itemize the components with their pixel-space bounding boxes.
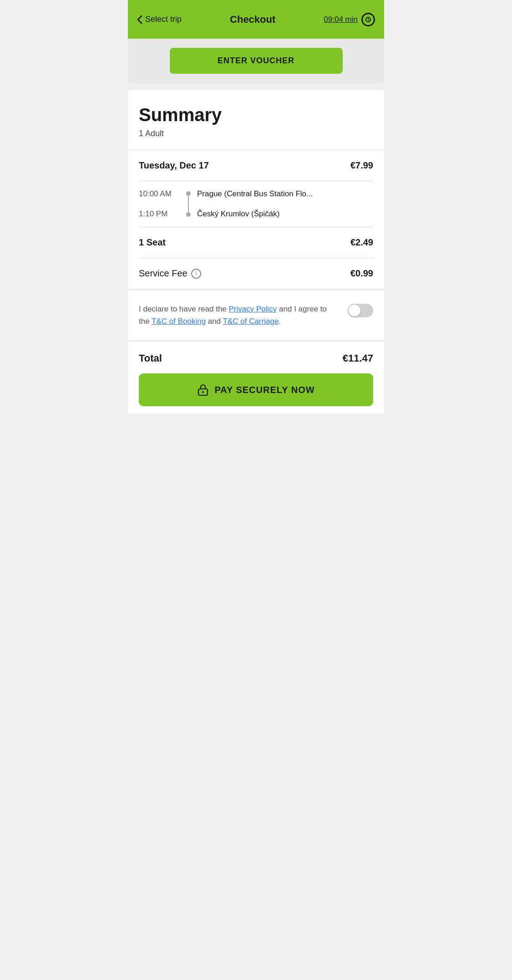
route-dot-bottom-icon — [186, 212, 191, 217]
toggle-knob — [349, 305, 360, 316]
trip-date: Tuesday, Dec 17 — [139, 160, 209, 171]
terms-text: I declare to have read the Privacy Polic… — [139, 303, 339, 327]
total-section: Total €11.47 PAY SECURELY NOW — [128, 341, 384, 413]
trip-date-price: €7.99 — [350, 160, 373, 171]
depart-station: Prague (Central Bus Station Flo... — [197, 189, 373, 199]
lock-icon — [197, 383, 209, 396]
trip-times: 10:00 AM 1:10 PM — [139, 189, 180, 219]
fee-info-icon[interactable]: i — [191, 269, 201, 279]
countdown-timer: 09:04 min — [324, 13, 375, 26]
fee-label-group: Service Fee i — [139, 268, 201, 279]
trip-stations: Prague (Central Bus Station Flo... Český… — [197, 189, 373, 219]
route-line-icon — [188, 196, 189, 212]
terms-prefix: I declare to have read the — [139, 305, 229, 313]
total-row: Total €11.47 — [139, 352, 373, 364]
service-fee-row: Service Fee i €0.99 — [139, 258, 373, 289]
terms-suffix: . — [279, 317, 281, 326]
depart-time: 10:00 AM — [139, 189, 180, 199]
arrive-time: 1:10 PM — [139, 209, 180, 219]
privacy-policy-link[interactable]: Privacy Policy — [229, 305, 277, 313]
trip-section: Tuesday, Dec 17 €7.99 10:00 AM 1:10 PM P… — [128, 150, 384, 289]
arrive-station: Český Krumlov (Špičák) — [197, 209, 373, 219]
summary-title: Summary — [139, 105, 373, 125]
fee-price: €0.99 — [350, 268, 373, 279]
summary-subtitle: 1 Adult — [139, 129, 373, 138]
header: Select trip Checkout 09:04 min — [128, 0, 384, 39]
svg-point-2 — [202, 391, 204, 393]
route-dot-top-icon — [186, 191, 191, 196]
page-title: Checkout — [230, 14, 275, 26]
fee-label-text: Service Fee — [139, 268, 188, 279]
trip-date-row: Tuesday, Dec 17 €7.99 — [139, 150, 373, 181]
tnc-booking-link[interactable]: T&C of Booking — [152, 317, 206, 326]
seat-price: €2.49 — [350, 237, 373, 248]
chevron-left-icon — [137, 15, 142, 24]
tnc-carriage-link[interactable]: T&C of Carriage — [223, 317, 279, 326]
terms-section: I declare to have read the Privacy Polic… — [128, 290, 384, 340]
voucher-bar: ENTER VOUCHER — [128, 39, 384, 83]
seat-label: 1 Seat — [139, 237, 166, 248]
back-label: Select trip — [145, 15, 182, 24]
pay-now-button[interactable]: PAY SECURELY NOW — [139, 373, 373, 406]
pay-button-label: PAY SECURELY NOW — [214, 385, 314, 395]
enter-voucher-button[interactable]: ENTER VOUCHER — [170, 48, 343, 74]
terms-toggle[interactable] — [348, 304, 373, 317]
route-icon — [186, 189, 191, 219]
terms-and: and — [206, 317, 223, 326]
summary-section: Summary 1 Adult — [128, 90, 384, 149]
seat-row: 1 Seat €2.49 — [139, 227, 373, 258]
timer-circle-icon — [361, 13, 375, 26]
terms-toggle-container — [348, 304, 373, 317]
total-label: Total — [139, 352, 162, 364]
total-price: €11.47 — [343, 352, 373, 364]
timer-value: 09:04 min — [324, 15, 358, 24]
back-button[interactable]: Select trip — [137, 15, 182, 24]
trip-route-row: 10:00 AM 1:10 PM Prague (Central Bus Sta… — [139, 181, 373, 227]
